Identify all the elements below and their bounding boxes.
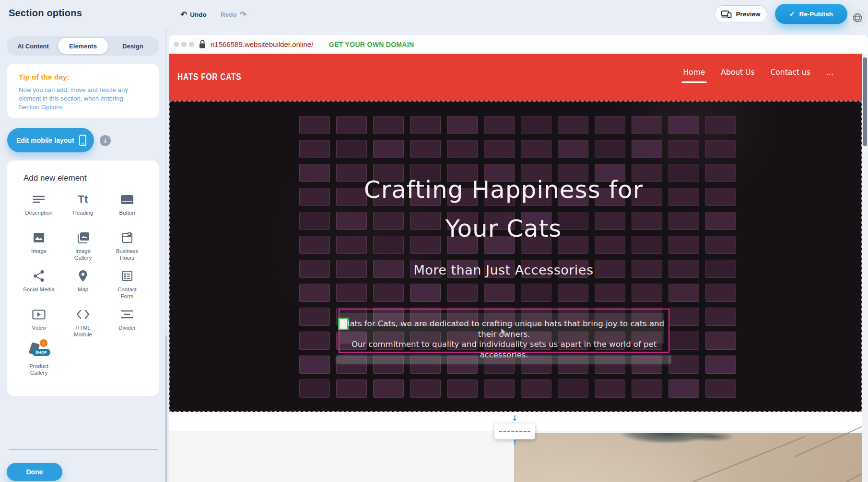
site-scrollbar[interactable]	[862, 54, 868, 482]
hero-tile	[669, 116, 699, 134]
hero-tile	[705, 116, 736, 134]
element-image-gallery[interactable]: Image Gallery	[61, 230, 105, 265]
arrow-down-icon: ↓	[512, 415, 518, 422]
site-scrollbar-thumb[interactable]	[863, 57, 867, 146]
hero-heading[interactable]: Crafting Happiness for Your Cats	[170, 171, 837, 248]
preview-label: Preview	[736, 11, 760, 18]
done-button[interactable]: Done	[7, 463, 62, 481]
element-label: Product Gallery	[29, 363, 48, 376]
hero-tile	[484, 116, 515, 134]
browser-chrome: n1566589.websitebuilder.online/ GET YOUR…	[169, 35, 868, 54]
element-label: Button	[119, 209, 135, 216]
preview-button[interactable]: Preview	[715, 5, 767, 23]
section-resize-widget[interactable]: ↓ ↑	[494, 424, 535, 439]
hero-section[interactable]: Crafting Happiness for Your Cats More th…	[169, 101, 862, 412]
site-nav: Home About Us Contact us ...	[683, 68, 834, 77]
site-url[interactable]: n1566589.websitebuilder.online/	[211, 40, 313, 48]
element-html-module[interactable]: HTML Module	[61, 307, 105, 342]
lock-icon	[199, 39, 206, 49]
site-logo[interactable]: HATS FOR CATS	[177, 71, 241, 82]
nav-more-button[interactable]: ...	[826, 69, 834, 76]
nav-home[interactable]: Home	[683, 68, 705, 77]
element-label: Contact Form	[117, 286, 137, 299]
element-heading[interactable]: Tt Heading	[61, 192, 105, 227]
hero-tile	[669, 356, 699, 374]
tab-elements[interactable]: Elements	[58, 38, 108, 54]
hero-tile	[669, 379, 699, 398]
hero-tile	[336, 284, 367, 302]
element-image[interactable]: Image	[17, 230, 61, 265]
tab-ai-content[interactable]: AI Content	[8, 38, 58, 54]
hero-tile	[705, 379, 736, 398]
heading-icon: Tt	[78, 192, 88, 207]
hero-tile	[632, 116, 662, 134]
element-product-gallery[interactable]: SHOP ↑ Product Gallery	[17, 345, 61, 380]
contact-form-icon	[121, 268, 133, 284]
business-hours-icon	[121, 230, 133, 245]
element-social-media[interactable]: Social Media	[17, 268, 61, 304]
hero-paragraph[interactable]: Hats for Cats, we are dedicated to craft…	[340, 319, 669, 360]
hero-tile	[705, 140, 736, 158]
hero-tile	[705, 308, 736, 326]
panel-tabs: AI Content Elements Design	[7, 36, 159, 56]
hero-tile	[373, 284, 404, 302]
hero-tile	[299, 140, 330, 158]
element-divider[interactable]: Divider	[105, 307, 149, 342]
hero-tile	[558, 379, 588, 398]
element-business-hours[interactable]: Business Hours	[105, 230, 149, 265]
hero-tile	[373, 140, 404, 158]
element-description[interactable]: Description	[17, 192, 61, 227]
hero-tile	[373, 379, 404, 398]
browser-dot	[181, 42, 187, 47]
website-canvas: n1566589.websitebuilder.online/ GET YOUR…	[169, 35, 868, 482]
globe-icon	[852, 12, 863, 23]
hero-tile	[299, 332, 330, 350]
language-globe-button[interactable]	[848, 9, 867, 27]
divider-icon	[121, 307, 133, 322]
hero-tile	[410, 284, 441, 302]
hero-tile	[521, 140, 551, 158]
hero-tile	[632, 284, 662, 302]
hero-tile	[558, 116, 588, 134]
element-label: HTML Module	[74, 324, 92, 338]
element-label: Heading	[73, 209, 94, 216]
redo-button[interactable]: Redo ↷	[221, 11, 246, 19]
hero-subheading[interactable]: More than Just Accessories	[170, 263, 837, 277]
panel-scrollbar[interactable]	[165, 29, 167, 482]
element-label: Social Media	[23, 286, 55, 293]
undo-button[interactable]: ↶ Undo	[180, 11, 207, 19]
hero-heading-line1: Crafting Happiness for	[170, 171, 837, 209]
panel-scrollbar-thumb[interactable]	[165, 335, 167, 482]
add-element-title: Add new element	[23, 173, 149, 183]
page-title: Section options	[9, 8, 82, 19]
nav-contact-us[interactable]: Contact us	[771, 68, 810, 77]
button-icon	[120, 192, 134, 207]
element-contact-form[interactable]: Contact Form	[105, 268, 149, 304]
devices-icon	[721, 11, 732, 18]
hero-tile	[336, 379, 367, 398]
edit-mobile-layout-button[interactable]: Edit mobile layout	[7, 128, 94, 152]
element-button[interactable]: Button	[105, 192, 149, 227]
element-video[interactable]: Video	[17, 307, 61, 342]
site-preview-viewport: HATS FOR CATS Home About Us Contact us .…	[169, 54, 862, 482]
panel-divider	[9, 449, 158, 450]
hero-tile	[484, 140, 515, 158]
tab-design[interactable]: Design	[108, 38, 158, 54]
get-domain-link[interactable]: GET YOUR OWN DOMAIN	[329, 41, 414, 48]
social-media-icon	[33, 268, 45, 284]
nav-about-us[interactable]: About Us	[721, 68, 754, 77]
hero-tile	[669, 140, 699, 158]
hero-tile	[299, 284, 330, 302]
republish-button[interactable]: ✓ Re-Publish	[775, 4, 847, 24]
hero-tile	[558, 140, 588, 158]
element-label: Divider	[118, 324, 136, 331]
resize-dashed-line	[499, 431, 530, 432]
hero-tile	[447, 284, 478, 302]
info-icon[interactable]: i	[100, 135, 111, 146]
floor-photo	[514, 433, 862, 482]
hero-tile	[299, 116, 330, 134]
mouse-cursor	[501, 328, 507, 337]
element-map[interactable]: Map	[61, 268, 105, 304]
hero-tile	[447, 116, 478, 134]
hero-tile	[336, 116, 367, 134]
